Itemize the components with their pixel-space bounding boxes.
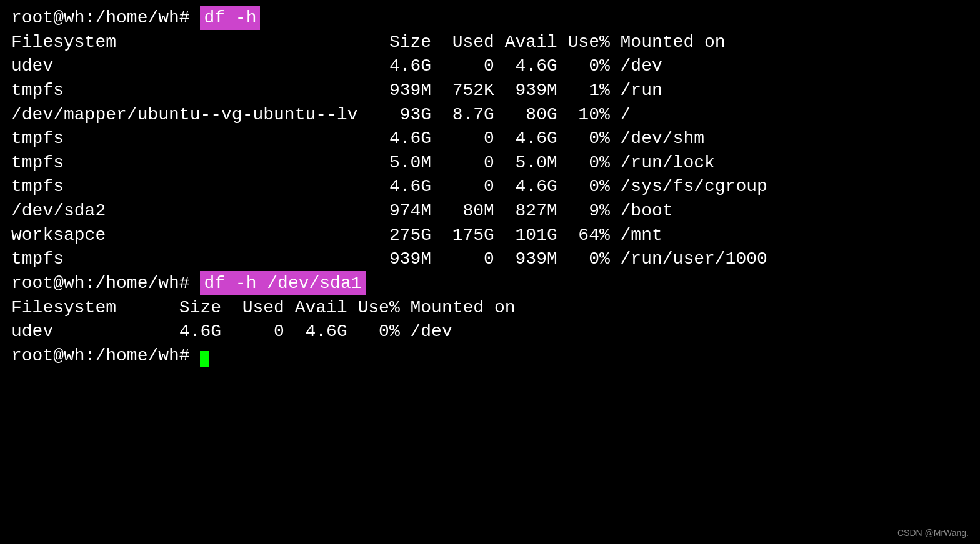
- terminal-line: root@wh:/home/wh# df -h: [11, 6, 969, 31]
- terminal-line: tmpfs 939M 0 939M 0% /run/user/1000: [11, 247, 969, 272]
- watermark: CSDN @MrWang.: [898, 528, 969, 538]
- cursor: [200, 351, 209, 367]
- terminal-line: root@wh:/home/wh#: [11, 344, 969, 368]
- terminal-line: tmpfs 4.6G 0 4.6G 0% /dev/shm: [11, 127, 969, 151]
- terminal-line: /dev/mapper/ubuntu--vg-ubuntu--lv 93G 8.…: [11, 103, 969, 127]
- terminal-line: /dev/sda2 974M 80M 827M 9% /boot: [11, 199, 969, 224]
- terminal-line: Filesystem Size Used Avail Use% Mounted …: [11, 296, 969, 320]
- terminal-line: tmpfs 5.0M 0 5.0M 0% /run/lock: [11, 151, 969, 176]
- terminal: root@wh:/home/wh# df -hFilesystem Size U…: [0, 0, 980, 374]
- terminal-line: udev 4.6G 0 4.6G 0% /dev: [11, 320, 969, 344]
- terminal-line: Filesystem Size Used Avail Use% Mounted …: [11, 31, 969, 55]
- terminal-line: udev 4.6G 0 4.6G 0% /dev: [11, 54, 969, 79]
- terminal-line: tmpfs 939M 752K 939M 1% /run: [11, 79, 969, 103]
- terminal-line: tmpfs 4.6G 0 4.6G 0% /sys/fs/cgroup: [11, 175, 969, 199]
- terminal-line: root@wh:/home/wh# df -h /dev/sda1: [11, 272, 969, 296]
- terminal-line: worksapce 275G 175G 101G 64% /mnt: [11, 224, 969, 248]
